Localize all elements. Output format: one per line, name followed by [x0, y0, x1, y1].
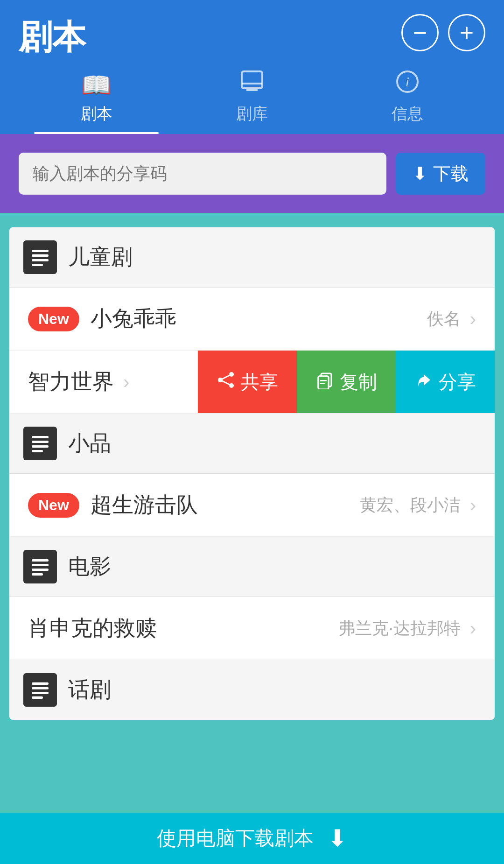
svg-rect-19: [32, 436, 49, 438]
svg-rect-30: [32, 696, 43, 699]
script-chaosheng[interactable]: New 超生游击队 黄宏、段小洁 ›: [9, 474, 495, 537]
svg-rect-25: [32, 569, 49, 571]
header: 剧本 − + 📖 剧本 剧库 i: [0, 0, 504, 134]
tab-bar: 📖 剧本 剧库 i 信息: [19, 56, 485, 134]
svg-rect-6: [32, 254, 49, 257]
chevron-zhiliworld: ›: [123, 372, 129, 393]
svg-rect-0: [242, 71, 262, 88]
download-button[interactable]: ⬇ 下载: [396, 153, 485, 195]
category-dianying[interactable]: 电影: [9, 537, 495, 597]
svg-rect-21: [32, 445, 49, 448]
svg-rect-27: [32, 682, 49, 685]
script-title-zhiliworld: 智力世界: [28, 367, 114, 396]
script-author-chaosheng: 黄宏、段小洁: [360, 494, 461, 517]
share-network-icon: [217, 371, 235, 393]
category-dianying-label: 电影: [68, 552, 111, 581]
svg-text:i: i: [406, 74, 409, 89]
category-xiaopin-icon: [23, 427, 57, 460]
search-input[interactable]: [19, 153, 386, 195]
svg-rect-5: [32, 250, 49, 252]
svg-rect-29: [32, 692, 49, 694]
minus-button[interactable]: −: [401, 14, 439, 51]
book-icon: 📖: [81, 71, 112, 99]
chevron-xiaotugaigai: ›: [470, 309, 476, 330]
tab-juku[interactable]: 剧库: [174, 70, 329, 134]
category-ertongju-icon: [23, 240, 57, 274]
script-title-chaosheng: 超生游击队: [91, 491, 360, 520]
category-huaju-label: 话剧: [68, 675, 111, 704]
svg-rect-8: [32, 264, 43, 266]
action-copy-button[interactable]: 复制: [297, 351, 396, 413]
script-list: 儿童剧 New 小兔乖乖 佚名 › 智力世界 ›: [9, 227, 495, 720]
svg-line-13: [220, 380, 231, 386]
new-badge-chaosheng: New: [28, 493, 79, 518]
category-huaju-icon: [23, 673, 57, 707]
svg-rect-20: [32, 441, 49, 443]
script-title-shawshank: 肖申克的救赎: [28, 614, 338, 643]
script-shawshank[interactable]: 肖申克的救赎 弗兰克·达拉邦特 ›: [9, 597, 495, 660]
download-icon: ⬇: [413, 163, 427, 184]
plus-button[interactable]: +: [448, 14, 485, 51]
script-title-xiaotugaigai: 小兔乖乖: [91, 304, 427, 333]
category-dianying-icon: [23, 550, 57, 583]
script-author-xiaotugaigai: 佚名: [427, 308, 461, 330]
info-icon: i: [395, 70, 420, 99]
svg-rect-26: [32, 573, 43, 576]
category-huaju[interactable]: 话剧: [9, 660, 495, 720]
tab-info[interactable]: i 信息: [330, 70, 485, 134]
new-badge-xiaotugaigai: New: [28, 307, 79, 331]
svg-rect-18: [320, 383, 325, 384]
search-section: ⬇ 下载: [0, 134, 504, 213]
header-actions: − +: [401, 14, 485, 51]
category-xiaopin-label: 小品: [68, 429, 111, 458]
bottom-bar-download-icon: ⬇: [328, 825, 347, 852]
svg-rect-22: [32, 450, 43, 452]
svg-rect-23: [32, 559, 49, 562]
script-author-shawshank: 弗兰克·达拉邦特: [338, 617, 461, 640]
svg-rect-28: [32, 687, 49, 689]
library-icon: [240, 70, 264, 99]
category-ertongju[interactable]: 儿童剧: [9, 227, 495, 288]
chevron-chaosheng: ›: [470, 495, 476, 516]
svg-rect-24: [32, 564, 49, 566]
action-forward-button[interactable]: 分享: [396, 351, 495, 413]
chevron-shawshank: ›: [470, 618, 476, 639]
svg-line-12: [220, 374, 231, 380]
script-xiaotugaigai[interactable]: New 小兔乖乖 佚名 ›: [9, 288, 495, 351]
category-ertongju-label: 儿童剧: [68, 243, 133, 272]
swipe-actions: 共享 复制: [198, 351, 495, 413]
copy-icon: [315, 371, 334, 393]
tab-juben[interactable]: 📖 剧本: [19, 71, 174, 134]
forward-icon: [414, 371, 433, 393]
svg-rect-17: [320, 380, 327, 381]
category-xiaopin[interactable]: 小品: [9, 414, 495, 474]
svg-rect-7: [32, 259, 49, 261]
action-share-button[interactable]: 共享: [198, 351, 297, 413]
bottom-bar-label: 使用电脑下载剧本: [157, 825, 314, 851]
bottom-bar[interactable]: 使用电脑下载剧本 ⬇: [0, 813, 504, 864]
